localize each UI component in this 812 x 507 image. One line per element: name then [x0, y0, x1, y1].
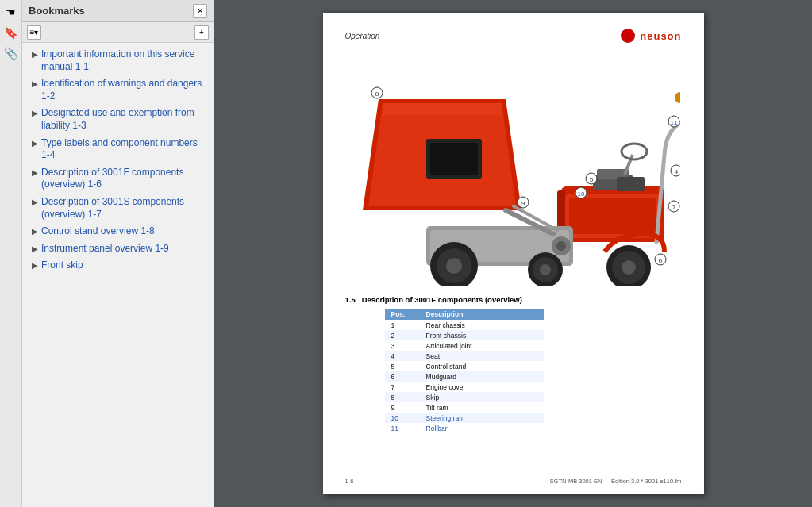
- bookmarks-title: Bookmarks: [29, 5, 85, 17]
- bookmark-icon: ▶: [32, 197, 38, 207]
- components-table: Pos. Description 1Rear chassis2Front cha…: [385, 309, 682, 433]
- svg-point-26: [622, 260, 636, 275]
- bookmark-link[interactable]: Important information on this service ma…: [41, 48, 207, 73]
- table-row: 11Rollbar: [385, 423, 544, 433]
- desc-cell: Engine cover: [420, 382, 544, 392]
- pos-cell: 8: [385, 392, 420, 402]
- pos-cell: 2: [385, 330, 420, 340]
- pos-cell: 11: [385, 423, 420, 433]
- svg-text:8: 8: [375, 90, 379, 98]
- bookmark-item[interactable]: ▶Instrument panel overview 1-9: [22, 240, 214, 258]
- pos-cell: 5: [385, 361, 420, 371]
- bookmarks-panel: Bookmarks ✕ ≡▾ + ▶Important information …: [22, 0, 214, 507]
- desc-cell: Front chassis: [420, 330, 544, 340]
- bookmark-link[interactable]: Identification of warnings and dangers 1…: [41, 78, 207, 102]
- table-row: 5Control stand: [385, 361, 544, 371]
- desc-cell: Control stand: [420, 361, 544, 371]
- bookmark-panel-icon[interactable]: 🔖: [2, 24, 20, 41]
- table-row: 3Articulated joint: [385, 340, 544, 351]
- desc-cell: Seat: [420, 351, 544, 361]
- bookmark-link[interactable]: Instrument panel overview 1-9: [41, 243, 169, 255]
- bookmark-icon: ▶: [32, 79, 38, 89]
- bookmark-icon: ▶: [32, 260, 38, 271]
- left-toolbar: ☚ 🔖 📎: [0, 0, 22, 507]
- pos-cell: 4: [385, 351, 420, 361]
- table-row: 9Tilt ram: [385, 402, 544, 413]
- machine-illustration: 1 2 3 4 5 6 7 8: [345, 49, 682, 287]
- bookmark-item[interactable]: ▶Front skip: [22, 257, 214, 275]
- svg-text:7: 7: [672, 204, 675, 211]
- bookmark-icon: ▶: [32, 226, 38, 236]
- main-content: Operation neuson: [214, 0, 812, 507]
- table-row: 8Skip: [385, 392, 544, 402]
- sidebar-header-controls: ✕: [193, 4, 207, 18]
- bookmark-icon: ▶: [32, 167, 38, 178]
- table-row: 1Rear chassis: [385, 320, 544, 330]
- svg-text:11: 11: [670, 119, 677, 126]
- desc-cell: Rear chassis: [420, 320, 544, 330]
- bookmark-item[interactable]: ▶Type labels and component numbers 1-4: [22, 135, 214, 164]
- bookmark-link[interactable]: Description of 3001S components (overvie…: [41, 196, 207, 221]
- bookmark-item[interactable]: ▶Description of 3001S components (overvi…: [22, 194, 214, 223]
- new-bookmark-button[interactable]: +: [194, 25, 209, 40]
- neuson-brand-name: neuson: [640, 30, 681, 42]
- pos-cell: 7: [385, 382, 420, 392]
- svg-rect-15: [430, 143, 478, 175]
- pdf-header: Operation neuson: [345, 29, 682, 43]
- svg-rect-3: [569, 198, 656, 234]
- view-options-button[interactable]: ≡▾: [27, 25, 41, 40]
- pdf-footer-info: SGTN-MB 3001 EN — Edition 3.0 * 3001 e11…: [550, 478, 682, 485]
- svg-text:9: 9: [521, 200, 525, 207]
- col-header-desc: Description: [420, 309, 544, 320]
- col-header-pos: Pos.: [385, 309, 420, 320]
- bookmark-item[interactable]: ▶Important information on this service m…: [22, 46, 214, 75]
- svg-rect-9: [617, 177, 645, 191]
- svg-point-13: [556, 241, 566, 251]
- bookmark-link[interactable]: Designated use and exemption from liabil…: [41, 107, 207, 132]
- collapse-panel-button[interactable]: ✕: [193, 4, 207, 18]
- pos-cell: 3: [385, 340, 420, 351]
- table-row: 4Seat: [385, 351, 544, 361]
- bookmark-link[interactable]: Description of 3001F components (overvie…: [41, 167, 207, 191]
- pdf-footer: 1-6 SGTN-MB 3001 EN — Edition 3.0 * 3001…: [345, 474, 682, 485]
- bookmark-item[interactable]: ▶Identification of warnings and dangers …: [22, 75, 214, 105]
- bookmark-link[interactable]: Type labels and component numbers 1-4: [41, 137, 207, 162]
- pos-cell: 6: [385, 371, 420, 382]
- pdf-logo: neuson: [621, 29, 681, 43]
- desc-cell: Tilt ram: [420, 402, 544, 413]
- neuson-logo-icon: [621, 29, 635, 43]
- svg-point-8: [675, 92, 680, 103]
- hand-tool-icon[interactable]: ☚: [2, 3, 20, 21]
- section-number: 1.5: [345, 295, 356, 304]
- machine-diagram-svg: 1 2 3 4 5 6 7 8: [347, 52, 680, 286]
- attachment-icon[interactable]: 📎: [2, 44, 20, 62]
- bookmark-icon: ▶: [32, 244, 38, 254]
- svg-point-23: [540, 264, 551, 275]
- desc-cell: Steering ram: [420, 413, 544, 423]
- svg-point-20: [446, 258, 462, 274]
- bookmark-link[interactable]: Front skip: [41, 259, 83, 272]
- bookmark-list: ▶Important information on this service m…: [22, 43, 214, 507]
- svg-point-7: [622, 144, 647, 159]
- sidebar-header: Bookmarks ✕: [22, 0, 214, 22]
- bookmark-item[interactable]: ▶Designated use and exemption from liabi…: [22, 105, 214, 134]
- bookmark-item[interactable]: ▶Control stand overview 1-8: [22, 223, 214, 240]
- svg-text:10: 10: [577, 190, 584, 198]
- table-row: 10Steering ram: [385, 413, 544, 423]
- table-row: 6Mudguard: [385, 371, 544, 382]
- bookmark-icon: ▶: [32, 138, 38, 148]
- bookmark-link[interactable]: Control stand overview 1-8: [41, 225, 155, 238]
- table-row: 7Engine cover: [385, 382, 544, 392]
- pdf-page-number: 1-6: [345, 478, 354, 485]
- pos-cell: 10: [385, 413, 420, 423]
- desc-cell: Mudguard: [420, 371, 544, 382]
- svg-text:6: 6: [658, 257, 662, 264]
- pos-cell: 9: [385, 402, 420, 413]
- pdf-chapter-label: Operation: [345, 32, 380, 40]
- pdf-page: Operation neuson: [323, 13, 704, 494]
- bookmark-icon: ▶: [32, 49, 38, 60]
- bookmark-item[interactable]: ▶Description of 3001F components (overvi…: [22, 164, 214, 194]
- svg-text:4: 4: [674, 168, 678, 175]
- svg-text:5: 5: [589, 176, 593, 183]
- sidebar-sub-toolbar: ≡▾ +: [22, 22, 214, 43]
